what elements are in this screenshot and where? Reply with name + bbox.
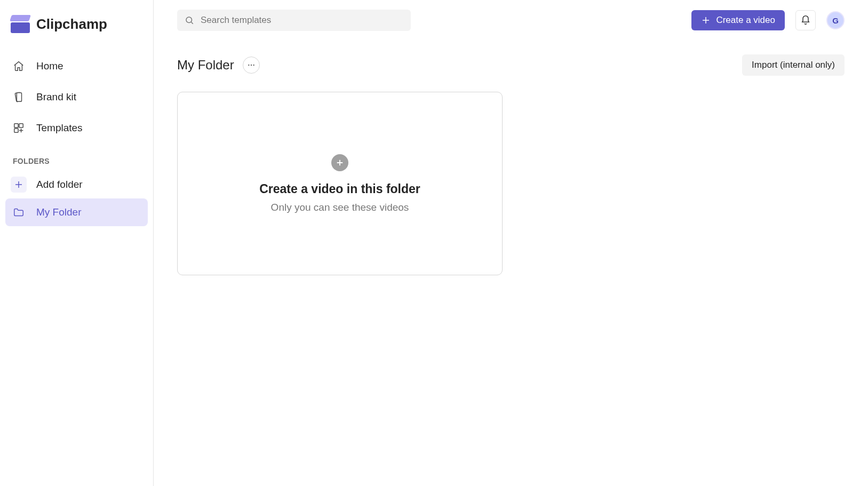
main: Create a video G My Folder [154,0,868,486]
svg-point-8 [253,65,254,66]
nav-item-brand-kit[interactable]: Brand kit [5,83,148,111]
topbar: Create a video G [154,0,868,41]
plus-icon [701,15,711,25]
home-icon [13,60,25,72]
svg-point-6 [248,65,249,66]
add-folder-button[interactable]: Add folder [5,171,148,198]
plus-icon [11,177,27,193]
content: Create a video in this folder Only you c… [154,92,868,275]
nav-item-home[interactable]: Home [5,52,148,80]
plus-circle-icon [331,154,348,171]
sidebar: Clipchamp Home Brand kit [0,0,154,486]
svg-rect-4 [14,129,18,132]
import-button[interactable]: Import (internal only) [742,54,845,76]
avatar-initial: G [832,16,839,25]
page-header: My Folder Import (internal only) [154,41,868,92]
folder-more-button[interactable] [243,57,260,74]
brand-name: Clipchamp [36,16,107,33]
create-video-label: Create a video [716,15,775,26]
nav-item-label: Home [36,60,63,72]
add-folder-label: Add folder [36,179,83,190]
svg-point-7 [251,65,252,66]
avatar[interactable]: G [826,11,845,29]
create-video-button[interactable]: Create a video [691,10,785,30]
logo[interactable]: Clipchamp [5,11,148,48]
page-title: My Folder [177,58,234,73]
svg-point-5 [186,17,192,23]
search-input[interactable] [201,15,403,26]
create-card-subtitle: Only you can see these videos [271,202,409,213]
nav-item-label: Brand kit [36,91,76,103]
more-horizontal-icon [247,61,256,69]
folder-item-my-folder[interactable]: My Folder [5,198,148,226]
primary-nav: Home Brand kit [5,52,148,142]
svg-rect-2 [14,124,18,128]
create-video-card[interactable]: Create a video in this folder Only you c… [177,92,503,275]
templates-icon [13,122,25,134]
create-card-title: Create a video in this folder [259,182,420,196]
bell-icon [800,15,811,26]
folder-item-label: My Folder [36,206,81,218]
brand-kit-icon [13,91,25,103]
nav-item-templates[interactable]: Templates [5,114,148,142]
search-icon [185,15,194,25]
nav-item-label: Templates [36,122,83,134]
search-box[interactable] [177,10,411,31]
clipchamp-logo-icon [11,15,30,33]
notifications-button[interactable] [795,10,816,30]
svg-rect-3 [19,124,23,128]
import-button-label: Import (internal only) [752,60,835,70]
svg-rect-1 [17,93,21,102]
folders-heading: FOLDERS [5,142,148,171]
folder-icon [13,206,25,218]
